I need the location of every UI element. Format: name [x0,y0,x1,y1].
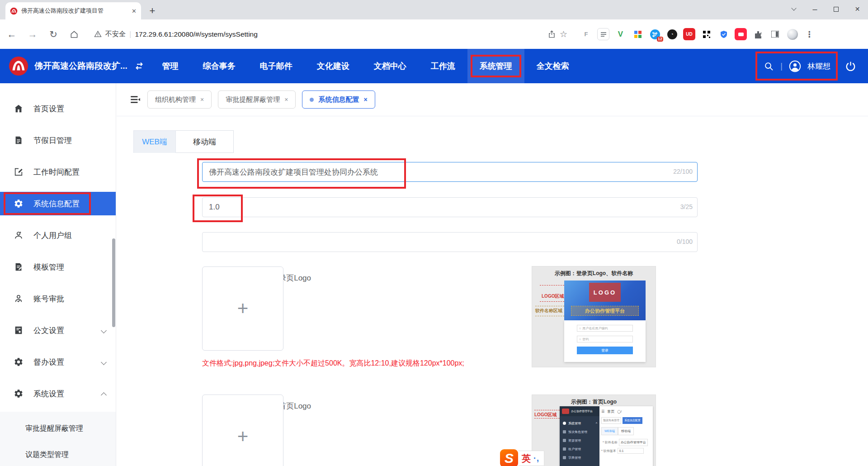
software-version-value[interactable] [203,198,697,217]
person-icon [14,230,24,240]
example-search-icon: ◯/ [617,410,622,414]
nav-item-wenhua-jianshe[interactable]: 文化建设 [305,49,362,83]
example-home-logo [562,409,569,414]
close-icon[interactable]: × [200,96,204,103]
sidebar-item-system-info-config[interactable]: 系统信息配置 [0,192,116,215]
ext-shield-icon[interactable] [717,28,730,40]
new-tab-button[interactable]: + [146,4,159,18]
software-name-value[interactable] [203,162,697,181]
app-title: 佛开高速公路南段改扩... [34,60,127,72]
reload-button[interactable]: ↻ [44,25,62,43]
tab-close-icon[interactable]: ✕ [132,8,137,14]
sidebar-subitem-approval-reminder-block[interactable]: 审批提醒屏蔽管理 [0,415,116,442]
sidebar-item-personal-user-group[interactable]: 个人用户组 [0,223,116,247]
collapse-menu-icon[interactable] [129,94,141,105]
username[interactable]: 林耀想 [807,61,830,71]
side-panel-icon[interactable] [769,28,781,40]
nav-item-zonghe-shiwu[interactable]: 综合事务 [191,49,248,83]
chip-system-info-config[interactable]: 系统信息配置 × [302,90,375,109]
sidebar-scrollbar[interactable] [112,238,115,327]
example-mini-app: 办公协作管理平台 系统管理^ 预设角色管理 资源管理 租户管理 字典管理 ☰ 首… [560,406,653,466]
sidebar-item-system-settings[interactable]: 系统设置 [0,382,116,405]
back-button[interactable]: ← [3,25,21,43]
window-close-button[interactable]: ✕ [847,0,868,18]
home-button[interactable] [65,25,83,43]
tab-search-chevron-icon[interactable] [783,0,804,18]
search-icon[interactable] [764,61,774,71]
device-tabs: WEB端 移动端 [133,130,234,153]
user-avatar-icon[interactable] [789,60,801,72]
ext-notes-icon[interactable] [597,28,609,40]
home-icon [14,104,24,114]
forward-button[interactable]: → [24,25,42,43]
favicon [10,7,18,15]
profile-avatar[interactable] [786,28,798,40]
example-login-logo-card: 示例图：登录页Logo、软件名称 LOGO区域 软件名称区域 LOGO 办公协作… [532,266,656,367]
sidebar-item-template-mgmt[interactable]: 模板管理 [0,255,116,279]
sidebar-item-official-doc-settings[interactable]: 公文设置 [0,319,116,342]
person-check-icon [14,294,24,304]
sidebar-subitem-topic-type-mgmt[interactable]: 议题类型管理 [0,442,116,466]
ext-v-icon[interactable]: V [614,28,627,40]
extensions-puzzle-icon[interactable] [752,28,764,40]
nav-item-email[interactable]: 电子邮件 [248,49,305,83]
copyright-input[interactable]: 0/100 [202,232,698,252]
extensions-row: F V 🕊12 ◔ UD ⋮ [580,28,816,40]
input-method-bar[interactable]: S 英 ·, [500,449,544,466]
security-label: 不安全 [105,30,126,38]
ime-punct-indicator[interactable]: ·, [533,454,539,463]
edit-icon [14,167,24,177]
logout-power-icon[interactable] [845,61,856,72]
window-minimize-button[interactable]: – [804,0,826,18]
ext-f-icon[interactable]: F [580,28,592,40]
tab-mobile[interactable]: 移动端 [176,130,234,153]
portal-switch-icon[interactable] [134,61,145,71]
sidebar-submenu: 审批提醒屏蔽管理 议题类型管理 [0,412,116,466]
user-cluster: | 林耀想 [759,49,835,83]
sidebar-item-homepage-settings[interactable]: 首页设置 [0,97,116,120]
browser-tab-strip: 佛开高速公路南段改扩建项目管 ✕ + – ✕ [0,0,868,19]
copyright-value[interactable] [203,233,697,252]
ext-red-book-icon[interactable] [735,28,747,40]
document-edit-icon [14,262,24,272]
software-name-area-label: 软件名称区域 [535,308,562,314]
kebab-menu-icon[interactable]: ⋮ [803,28,816,40]
tab-web[interactable]: WEB端 [133,130,176,153]
ext-grid-icon[interactable] [632,28,644,40]
app-logo-icon [8,56,29,76]
example-title: 示例图：登录页Logo、软件名称 [532,270,656,277]
software-name-input[interactable]: 22/100 [202,162,698,182]
ext-ud-icon[interactable]: UD [683,28,695,40]
sidebar-item-supervision-settings[interactable]: 督办设置 [0,350,116,374]
home-logo-upload[interactable]: + [202,395,283,466]
sidebar-item-worktime-config[interactable]: 工作时间配置 [0,160,116,184]
close-icon[interactable]: × [284,96,288,103]
share-icon[interactable] [547,30,556,38]
char-counter: 22/100 [673,168,693,175]
login-logo-upload[interactable]: + [202,266,283,351]
nav-item-fulltext-search[interactable]: 全文检索 [524,49,581,83]
nav-item-workflow[interactable]: 工作流 [419,49,467,83]
chip-org-structure[interactable]: 组织机构管理 × [147,90,212,109]
nav-item-system-mgmt[interactable]: 系统管理 [467,49,524,83]
sidebar-item-holiday-mgmt[interactable]: 节假日管理 [0,128,116,152]
close-icon[interactable]: × [363,96,367,103]
software-version-input[interactable]: 3/25 [202,197,698,217]
address-bar[interactable]: 不安全 | 172.29.6.61:20080/#/system/sysSett… [88,26,574,43]
bookmark-star-icon[interactable]: ☆ [560,29,567,39]
nav-item-docs-center[interactable]: 文档中心 [362,49,419,83]
browser-tab[interactable]: 佛开高速公路南段改扩建项目管 ✕ [5,2,141,19]
char-counter: 3/25 [680,203,693,210]
nav-item-guanli[interactable]: 管理 [150,49,191,83]
chip-approval-reminder-block[interactable]: 审批提醒屏蔽管理 × [218,90,296,109]
ext-panda-icon[interactable]: ◔ [666,28,678,40]
ime-lang-indicator[interactable]: 英 [522,452,531,465]
divider: | [129,30,131,39]
sidebar-item-account-approval[interactable]: 账号审批 [0,287,116,310]
not-secure-warning-icon [94,30,102,38]
url-text: 172.29.6.61:20080/#/system/sysSetting [135,30,544,38]
ext-qr-icon[interactable] [700,28,712,40]
window-maximize-button[interactable] [826,0,847,18]
gear-icon [14,199,24,209]
ext-bird-icon[interactable]: 🕊12 [649,28,661,40]
